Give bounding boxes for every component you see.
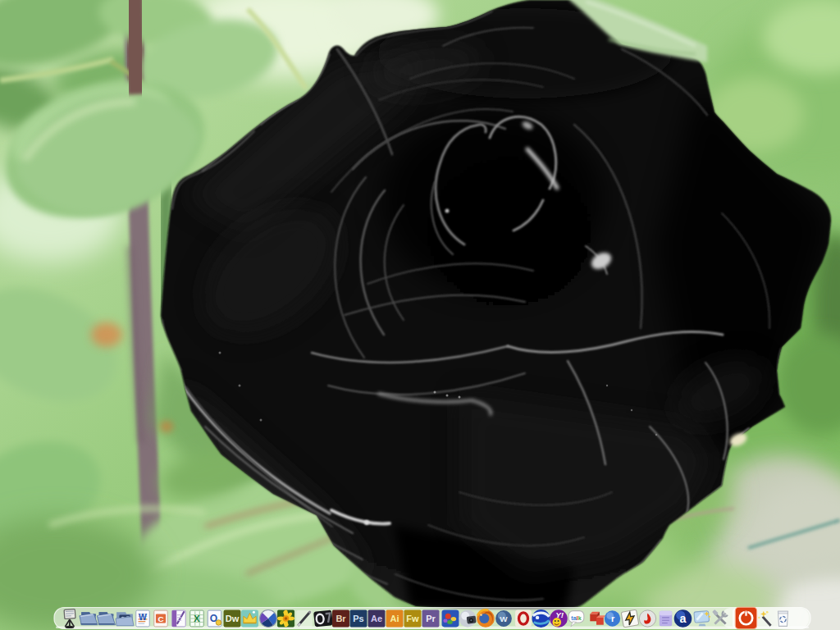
svg-text:Pr: Pr: [426, 614, 436, 623]
svg-text:X: X: [194, 614, 200, 623]
svg-text:Fw: Fw: [406, 614, 419, 623]
svg-text:Dw: Dw: [226, 614, 240, 623]
svg-text:a: a: [680, 612, 687, 625]
svg-text:Br: Br: [336, 614, 346, 623]
svg-text:Ae: Ae: [371, 614, 382, 623]
svg-text:talk: talk: [571, 615, 581, 622]
svg-text:r: r: [611, 614, 615, 623]
svg-text:W: W: [139, 613, 147, 622]
svg-text:C: C: [158, 614, 163, 623]
svg-text:W: W: [500, 614, 508, 623]
svg-text:Ai: Ai: [390, 614, 399, 623]
svg-text:Ps: Ps: [353, 614, 363, 623]
